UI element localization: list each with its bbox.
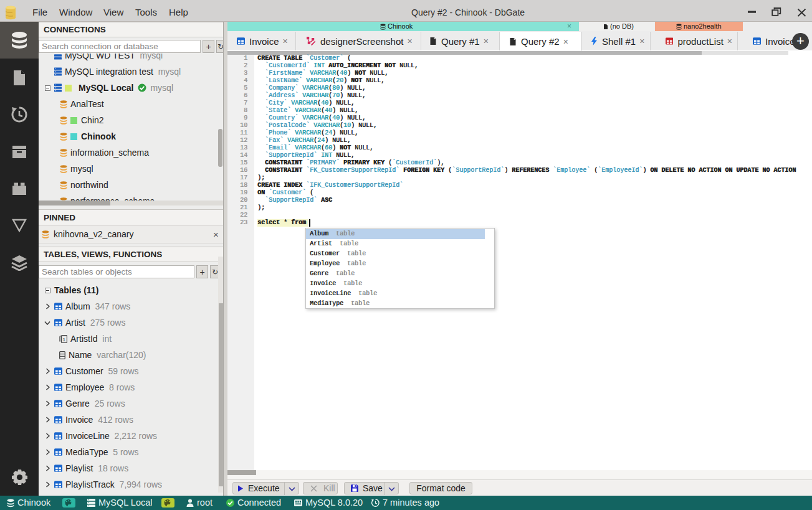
svg-text:1: 1 (63, 336, 66, 342)
